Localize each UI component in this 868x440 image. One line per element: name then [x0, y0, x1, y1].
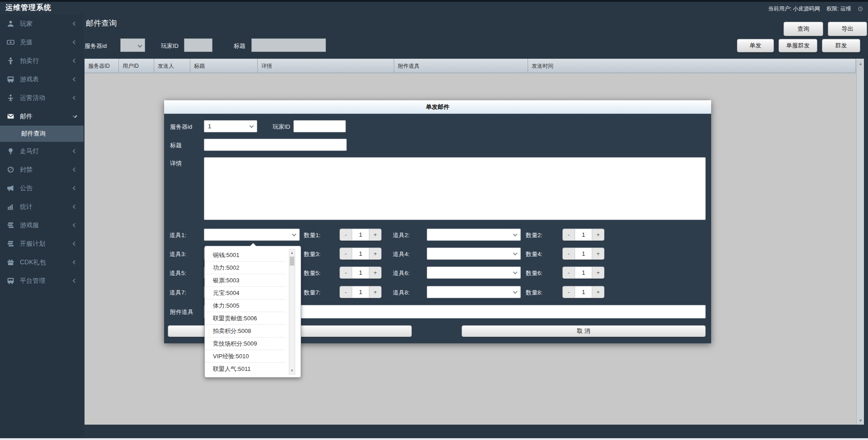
server-bulk-send-button[interactable]: 单服群发 [778, 39, 817, 52]
scroll-thumb[interactable] [290, 257, 294, 266]
plus-button[interactable]: + [369, 286, 381, 298]
filter-title-input[interactable] [251, 38, 326, 52]
subject-label: 标题 [170, 141, 182, 150]
sidebar-item-3[interactable]: 拍卖行 [0, 51, 84, 70]
sidebar-item-label: CDK礼包 [20, 258, 46, 267]
minus-button[interactable]: - [340, 267, 352, 278]
filter-player-input[interactable] [184, 38, 212, 52]
chevron-left-icon [73, 149, 77, 154]
qty-value[interactable]: 1 [575, 286, 592, 298]
attach-items-label: 附件道具 [170, 308, 193, 316]
sidebar-item-5[interactable]: 运营活动 [0, 89, 84, 107]
minus-button[interactable]: - [563, 286, 575, 298]
gear-icon[interactable]: ⚙ [858, 5, 863, 12]
dropdown-option[interactable]: VIP经验:5010 [205, 350, 285, 363]
app-root: 运维管理系统 当前用户: 小皮源码网 权限: 运维 ⚙ 玩家充值拍卖行游戏表运营… [0, 0, 868, 440]
cancel-button[interactable]: 取 消 [462, 325, 706, 337]
sidebar-item-4[interactable]: 游戏表 [0, 70, 84, 89]
chevron-left-icon [73, 260, 77, 265]
vertical-scrollbar[interactable]: ▲ ▼ [856, 60, 864, 425]
item-4-select[interactable] [427, 248, 521, 260]
subject-input[interactable] [204, 139, 347, 151]
sidebar-item-label: 走马灯 [20, 147, 39, 155]
single-send-button[interactable]: 单发 [737, 39, 774, 52]
chevron-down-icon [513, 290, 518, 294]
dialog-title: 单发邮件 [164, 100, 711, 114]
sidebar-item-12[interactable]: 开服计划 [0, 234, 84, 253]
minus-button[interactable]: - [563, 248, 575, 259]
dropdown-option[interactable]: 拍卖积分:5008 [205, 325, 285, 337]
sidebar-item-8[interactable]: 封禁 [0, 160, 84, 179]
plus-button[interactable]: + [592, 286, 604, 298]
minus-button[interactable]: - [340, 229, 352, 240]
filter-title-label: 标题 [234, 42, 245, 50]
plus-button[interactable]: + [592, 267, 604, 278]
chevron-down-icon [513, 270, 518, 275]
query-button[interactable]: 查询 [783, 22, 823, 36]
item-1-select[interactable] [204, 229, 300, 241]
qty-value[interactable]: 1 [352, 229, 369, 240]
item-8-select[interactable] [427, 286, 521, 298]
sidebar-item-14[interactable]: 平台管理 [0, 271, 84, 290]
sidebar-item-11[interactable]: 游戏服 [0, 216, 84, 234]
qty-value[interactable]: 1 [575, 248, 592, 259]
chevron-left-icon [73, 279, 77, 283]
chevron-down-icon [138, 43, 142, 48]
dropdown-option[interactable]: 竞技场积分:5009 [205, 337, 285, 350]
qty-7-label: 数量7: [304, 289, 321, 297]
dropdown-option[interactable]: 银票:5003 [205, 274, 285, 287]
sidebar-item-7[interactable]: 走马灯 [0, 142, 84, 160]
qty-1-label: 数量1: [304, 231, 321, 239]
qty-5-stepper: -1+ [340, 267, 382, 279]
filter-server-select[interactable] [120, 38, 145, 52]
scroll-up-icon[interactable]: ▲ [857, 61, 864, 66]
plus-button[interactable]: + [592, 229, 604, 240]
plus-button[interactable]: + [369, 267, 381, 278]
chevron-left-icon [73, 22, 77, 26]
minus-button[interactable]: - [340, 286, 352, 298]
sidebar-item-1[interactable]: 玩家 [0, 14, 84, 33]
item-2-select[interactable] [427, 229, 521, 241]
auction-icon [7, 57, 14, 65]
app-title: 运维管理系统 [5, 3, 52, 13]
plus-button[interactable]: + [369, 248, 381, 259]
minus-button[interactable]: - [563, 229, 575, 240]
item-4-label: 道具4: [393, 250, 410, 258]
scroll-down-icon[interactable]: ▼ [289, 369, 295, 373]
scroll-up-icon[interactable]: ▲ [289, 251, 295, 255]
sidebar-item-13[interactable]: CDK礼包 [0, 253, 84, 271]
qty-value[interactable]: 1 [352, 286, 369, 298]
plus-button[interactable]: + [369, 229, 381, 240]
minus-button[interactable]: - [563, 267, 575, 278]
detail-textarea[interactable] [204, 157, 706, 220]
player-id-input[interactable] [293, 120, 346, 132]
item-6-label: 道具6: [393, 269, 410, 277]
plus-button[interactable]: + [592, 248, 604, 259]
sidebar-subitem-mail-query[interactable]: 邮件查询 [0, 126, 84, 142]
dropdown-scrollbar[interactable]: ▲ ▼ [289, 249, 295, 374]
dropdown-option[interactable]: 体力:5005 [205, 300, 285, 312]
server-id-select[interactable]: 1 [204, 120, 257, 132]
scroll-down-icon[interactable]: ▼ [857, 418, 864, 423]
minus-button[interactable]: - [340, 248, 352, 259]
sidebar-item-9[interactable]: 公告 [0, 179, 84, 197]
bulk-send-button[interactable]: 群发 [822, 39, 860, 52]
qty-value[interactable]: 1 [352, 248, 369, 259]
dropdown-option[interactable]: 铜钱:5001 [205, 249, 285, 262]
qty-6-label: 数量6: [526, 269, 542, 277]
sidebar-item-10[interactable]: 统计 [0, 197, 84, 216]
qty-value[interactable]: 1 [575, 267, 592, 278]
qty-value[interactable]: 1 [352, 267, 369, 278]
item-6-select[interactable] [427, 267, 521, 279]
qty-value[interactable]: 1 [575, 229, 592, 240]
sidebar-subitem-label: 邮件查询 [21, 130, 46, 137]
dropdown-option[interactable]: 联盟人气:5011 [205, 363, 285, 375]
dropdown-option[interactable]: 元宝:5004 [205, 287, 285, 300]
chevron-down-icon [250, 124, 254, 128]
dropdown-option[interactable]: 联盟贡献值:5006 [205, 312, 285, 325]
sidebar-item-6[interactable]: 邮件 [0, 107, 84, 126]
chevron-left-icon [73, 205, 77, 209]
sidebar-item-2[interactable]: 充值 [0, 33, 84, 51]
dropdown-option[interactable]: 功力:5002 [205, 262, 285, 274]
export-button[interactable]: 导出 [828, 22, 867, 36]
